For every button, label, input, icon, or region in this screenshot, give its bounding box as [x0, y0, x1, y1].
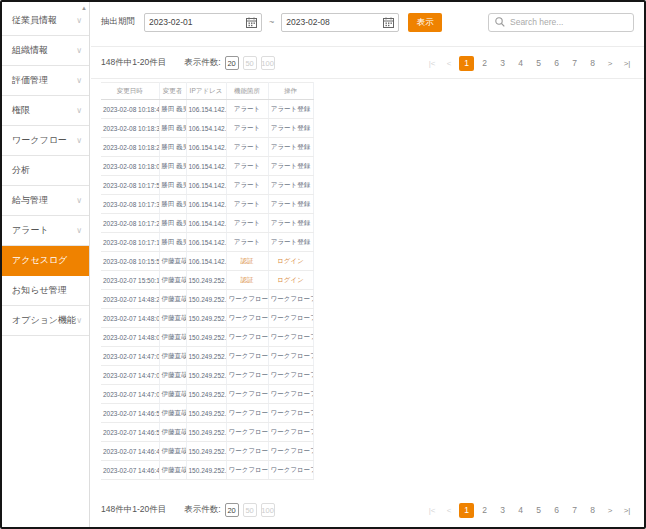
sidebar: ▲ 従業員情報∨組織情報∨評価管理∨権限∨ワークフロー∨分析給与管理∨アラート∨…	[2, 2, 90, 527]
cell-datetime: 2023-02-08 10:18:20	[101, 138, 159, 157]
sidebar-item-3[interactable]: 権限∨	[2, 96, 89, 126]
cell-category: ワークフロー管理	[226, 290, 268, 309]
sidebar-item-0[interactable]: 従業員情報∨	[2, 6, 89, 36]
divider	[91, 78, 644, 79]
page-button-1[interactable]: 1	[459, 503, 474, 518]
cell-ip: 150.249.252.63	[186, 366, 226, 385]
sidebar-item-label: 組織情報	[12, 45, 48, 55]
sidebar-item-label: 分析	[12, 165, 30, 175]
page-button-7[interactable]: 7	[567, 56, 582, 71]
page-button-5[interactable]: 5	[531, 503, 546, 518]
cell-operation: アラート登録	[268, 157, 313, 176]
page-size-option-20[interactable]: 20	[225, 56, 239, 70]
page-button-6[interactable]: 6	[549, 503, 564, 518]
cell-user: 勝田 義男	[159, 119, 186, 138]
date-range-separator: ~	[269, 17, 274, 27]
column-header: 機能箇所	[226, 83, 268, 100]
access-log-table: 変更日時変更者IPアドレス機能箇所操作 2023-02-08 10:18:41勝…	[101, 82, 314, 480]
page-button-3[interactable]: 3	[495, 503, 510, 518]
sidebar-item-label: 従業員情報	[12, 15, 57, 25]
cell-operation: ワークフローフィールド更新	[268, 290, 313, 309]
table-row: 2023-02-08 10:18:35勝田 義男106.154.142.19アラ…	[101, 119, 313, 138]
page-size-label: 表示件数:	[184, 504, 220, 516]
page-button-1[interactable]: 1	[459, 56, 474, 71]
last-page-button[interactable]: >|	[620, 56, 634, 71]
first-page-button[interactable]: |<	[425, 503, 439, 518]
cell-user: 勝田 義男	[159, 157, 186, 176]
page-button-4[interactable]: 4	[513, 503, 528, 518]
chevron-down-icon: ∨	[76, 36, 82, 65]
chevron-down-icon: ∨	[76, 66, 82, 95]
sidebar-item-1[interactable]: 組織情報∨	[2, 36, 89, 66]
search-input[interactable]	[510, 17, 627, 27]
date-from-field[interactable]	[144, 13, 262, 32]
column-header: 操作	[268, 83, 313, 100]
next-page-button[interactable]: >	[603, 56, 617, 71]
cell-ip: 150.249.252.63	[186, 423, 226, 442]
sidebar-item-10[interactable]: オプション機能∨	[2, 306, 89, 336]
cell-operation: ワークフローフィールド更新	[268, 347, 313, 366]
table-row: 2023-02-07 14:46:59伊藤直哉150.249.252.63ワーク…	[101, 404, 313, 423]
table-row: 2023-02-08 10:18:07勝田 義男106.154.142.19アラ…	[101, 157, 313, 176]
page-size-option-50[interactable]: 50	[243, 503, 257, 517]
page-button-7[interactable]: 7	[567, 503, 582, 518]
cell-user: 伊藤直哉	[159, 271, 186, 290]
page-size-option-100[interactable]: 100	[261, 503, 275, 517]
date-from-input[interactable]	[149, 17, 239, 27]
cell-operation: アラート登録	[268, 100, 313, 119]
result-count: 148件中1-20件目	[101, 57, 166, 69]
cell-ip: 106.154.142.19	[186, 119, 226, 138]
date-range-label: 抽出期間	[101, 16, 135, 28]
show-button[interactable]: 表示	[408, 13, 442, 32]
sidebar-item-7[interactable]: アラート∨	[2, 216, 89, 246]
cell-datetime: 2023-02-08 10:17:26	[101, 214, 159, 233]
page-size-option-20[interactable]: 20	[225, 503, 239, 517]
cell-ip: 150.249.252.63	[186, 461, 226, 480]
filter-bar: 抽出期間 ~ 表示	[101, 11, 634, 33]
search-icon	[495, 17, 505, 27]
search-box[interactable]	[488, 13, 634, 32]
cell-user: 勝田 義男	[159, 138, 186, 157]
sidebar-item-label: 評価管理	[12, 75, 48, 85]
sidebar-item-4[interactable]: ワークフロー∨	[2, 126, 89, 156]
calendar-icon[interactable]	[246, 17, 257, 28]
calendar-icon[interactable]	[383, 17, 394, 28]
sidebar-item-label: ワークフロー	[12, 135, 67, 145]
cell-datetime: 2023-02-08 10:15:55	[101, 252, 159, 271]
column-header: IPアドレス	[186, 83, 226, 100]
page-button-8[interactable]: 8	[585, 503, 600, 518]
cell-user: 伊藤直哉	[159, 385, 186, 404]
table-header-row: 変更日時変更者IPアドレス機能箇所操作	[101, 83, 313, 100]
sidebar-item-2[interactable]: 評価管理∨	[2, 66, 89, 96]
table-row: 2023-02-07 14:47:04伊藤直哉150.249.252.63ワーク…	[101, 366, 313, 385]
cell-operation: ワークフローフィールド更新	[268, 423, 313, 442]
date-to-input[interactable]	[286, 17, 376, 27]
sidebar-item-8[interactable]: アクセスログ	[2, 246, 89, 276]
page-button-6[interactable]: 6	[549, 56, 564, 71]
cell-ip: 150.249.252.63	[186, 385, 226, 404]
page-size-option-50[interactable]: 50	[243, 56, 257, 70]
page-size-option-100[interactable]: 100	[261, 56, 275, 70]
sidebar-item-6[interactable]: 給与管理∨	[2, 186, 89, 216]
cell-ip: 106.154.142.19	[186, 252, 226, 271]
sidebar-item-5[interactable]: 分析	[2, 156, 89, 186]
page-button-8[interactable]: 8	[585, 56, 600, 71]
cell-category: ワークフロー管理	[226, 461, 268, 480]
prev-page-button[interactable]: <	[442, 56, 456, 71]
page-button-3[interactable]: 3	[495, 56, 510, 71]
page-button-5[interactable]: 5	[531, 56, 546, 71]
first-page-button[interactable]: |<	[425, 56, 439, 71]
page-button-2[interactable]: 2	[477, 56, 492, 71]
cell-category: ワークフロー管理	[226, 347, 268, 366]
last-page-button[interactable]: >|	[620, 503, 634, 518]
chevron-down-icon: ∨	[76, 216, 82, 245]
page-button-2[interactable]: 2	[477, 503, 492, 518]
date-to-field[interactable]	[281, 13, 399, 32]
sidebar-item-9[interactable]: お知らせ管理	[2, 276, 89, 306]
cell-operation: アラート登録	[268, 138, 313, 157]
next-page-button[interactable]: >	[603, 503, 617, 518]
page-button-4[interactable]: 4	[513, 56, 528, 71]
prev-page-button[interactable]: <	[442, 503, 456, 518]
chevron-down-icon: ∨	[76, 96, 82, 125]
cell-user: 伊藤直哉	[159, 290, 186, 309]
